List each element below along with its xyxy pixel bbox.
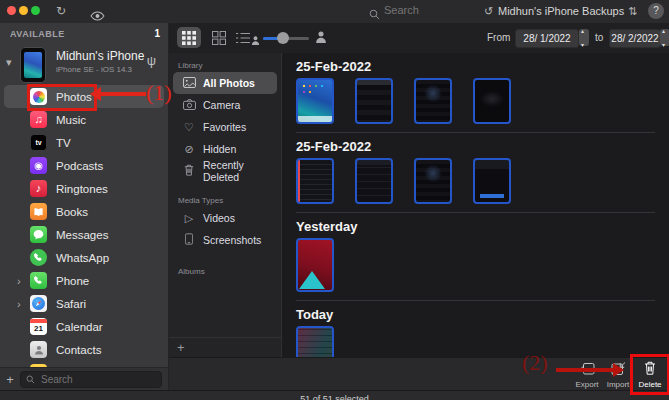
- photo-thumbnail[interactable]: [414, 158, 452, 204]
- sidebar-item-safari[interactable]: › Safari: [0, 292, 168, 315]
- camera-icon: [182, 99, 196, 112]
- large-grid-view-button[interactable]: [207, 27, 231, 48]
- sidebar-item-label: Safari: [56, 298, 86, 310]
- sidebar-item-ringtones[interactable]: ♪ Ringtones: [0, 177, 168, 200]
- gallery-section-title: 25-Feb-2022: [296, 139, 655, 154]
- sidebar-item-contacts[interactable]: Contacts: [0, 338, 168, 361]
- sidebar-item-phone[interactable]: › Phone: [0, 269, 168, 292]
- library-panel: Library All Photos Camera ♡ Favorites ⊘ …: [169, 53, 282, 358]
- add-device-button[interactable]: +: [0, 372, 20, 387]
- refresh-icon[interactable]: ↻: [56, 3, 66, 19]
- sidebar-item-label: Messages: [56, 229, 108, 241]
- photo-thumbnail[interactable]: [296, 238, 334, 292]
- chevron-right-icon[interactable]: ›: [17, 298, 21, 310]
- sidebar-item-whatsapp[interactable]: WhatsApp: [0, 246, 168, 269]
- title-bar: ↻ ↺ Midhun's iPhone Backups ⇅ ?: [0, 0, 669, 24]
- zoom-slider-thumb[interactable]: [277, 32, 289, 44]
- titlebar-search-input[interactable]: [382, 3, 466, 17]
- podcasts-app-icon: ◉: [30, 157, 47, 174]
- media-types-section-header: Media Types: [178, 196, 281, 205]
- grid-icon: [182, 31, 196, 45]
- sidebar-item-books[interactable]: Books: [0, 200, 168, 223]
- library-item-videos[interactable]: ▷ Videos: [173, 207, 277, 229]
- history-icon[interactable]: ↺: [484, 3, 493, 19]
- library-item-hidden[interactable]: ⊘ Hidden: [173, 138, 277, 160]
- device-thumbnail: [20, 47, 46, 83]
- photo-thumbnail[interactable]: [355, 158, 393, 204]
- safari-app-icon: [30, 295, 47, 312]
- whatsapp-app-icon: [30, 249, 47, 266]
- date-from-field[interactable]: 28/ 1/2022: [515, 29, 579, 48]
- sidebar-search-input[interactable]: [39, 373, 156, 386]
- transfer-icon[interactable]: ⇅: [628, 3, 637, 19]
- minimize-window-button[interactable]: [19, 6, 28, 15]
- thumbnail-row: [296, 326, 655, 358]
- gallery-section: 25-Feb-2022: [296, 133, 655, 213]
- chevron-right-icon[interactable]: ›: [17, 275, 21, 287]
- sidebar-item-tv[interactable]: tv TV: [0, 131, 168, 154]
- thumbnail-row: [296, 238, 655, 292]
- library-item-all-photos[interactable]: All Photos: [173, 72, 277, 94]
- all-photos-icon: [182, 77, 196, 90]
- date-to-stepper[interactable]: [660, 29, 669, 46]
- photo-gallery: 25-Feb-2022 25-Feb-2022 Yesterda: [282, 53, 669, 358]
- books-app-icon: [30, 203, 47, 220]
- sidebar-item-label: Books: [56, 206, 88, 218]
- gallery-section-title: 25-Feb-2022: [296, 59, 655, 74]
- sidebar-item-calendar[interactable]: 21 Calendar: [0, 315, 168, 338]
- library-item-label: Hidden: [203, 143, 236, 155]
- photo-thumbnail[interactable]: [473, 78, 511, 124]
- gallery-section: Yesterday: [296, 213, 655, 301]
- close-window-button[interactable]: [7, 6, 16, 15]
- photo-thumbnail[interactable]: [473, 158, 511, 204]
- annotation-step1-highlight-box: [27, 84, 97, 111]
- zoom-window-button[interactable]: [31, 6, 40, 15]
- calendar-app-icon: 21: [30, 318, 47, 335]
- help-button[interactable]: ?: [648, 3, 664, 19]
- photo-thumbnail[interactable]: [355, 78, 393, 124]
- photo-thumbnail[interactable]: [296, 158, 334, 204]
- usb-connection-icon: ψ: [147, 53, 156, 68]
- chevron-down-icon[interactable]: ▾: [6, 56, 12, 69]
- device-row[interactable]: ▾ Midhun's iPhone iPhone SE - iOS 14.3 ψ: [0, 45, 168, 85]
- sidebar-item-messages[interactable]: Messages: [0, 223, 168, 246]
- hidden-icon: ⊘: [182, 143, 196, 156]
- annotation-step2-arrow-line: [556, 368, 614, 372]
- grid-view-button[interactable]: [177, 27, 201, 48]
- date-to-label: to: [595, 32, 603, 43]
- add-album-button[interactable]: +: [177, 340, 185, 355]
- sidebar-header: AVAILABLE 1: [0, 27, 168, 41]
- phone-app-icon: [30, 272, 47, 289]
- library-item-camera[interactable]: Camera: [173, 94, 277, 116]
- music-app-icon: ♫: [30, 111, 47, 128]
- photo-thumbnail[interactable]: [296, 326, 334, 358]
- search-icon: [26, 370, 35, 388]
- annotation-step2-label: (2): [522, 350, 548, 376]
- sidebar-item-music[interactable]: ♫ Music: [0, 108, 168, 131]
- photo-thumbnail[interactable]: [414, 78, 452, 124]
- sidebar-item-podcasts[interactable]: ◉ Podcasts: [0, 154, 168, 177]
- albums-section-header: Albums: [178, 267, 281, 276]
- sidebar-header-label: AVAILABLE: [10, 29, 65, 39]
- view-toolbar: From 28/ 1/2022 to 28/ 2/2022: [169, 23, 669, 53]
- contacts-app-icon: [30, 341, 47, 358]
- sidebar-item-label: Ringtones: [56, 183, 108, 195]
- date-to-field[interactable]: 28/ 2/2022: [609, 29, 661, 48]
- sidebar-item-label: Podcasts: [56, 160, 103, 172]
- library-item-recently-deleted[interactable]: Recently Deleted: [173, 160, 277, 182]
- annotation-step1-label: (1): [146, 80, 172, 106]
- date-from-stepper[interactable]: [579, 29, 589, 46]
- gallery-section: Today: [296, 301, 655, 358]
- large-grid-icon: [212, 31, 226, 45]
- gallery-section-title: Today: [296, 307, 655, 322]
- trash-icon: [182, 164, 196, 178]
- library-item-screenshots[interactable]: Screenshots: [173, 229, 277, 251]
- library-item-label: Favorites: [203, 121, 246, 133]
- library-item-label: Recently Deleted: [203, 159, 277, 183]
- library-item-favorites[interactable]: ♡ Favorites: [173, 116, 277, 138]
- photo-thumbnail[interactable]: [296, 78, 334, 124]
- sidebar-search-field[interactable]: [20, 371, 162, 388]
- messages-app-icon: [30, 226, 47, 243]
- videos-icon: ▷: [182, 212, 196, 225]
- status-bar: 51 of 51 selected: [0, 390, 669, 400]
